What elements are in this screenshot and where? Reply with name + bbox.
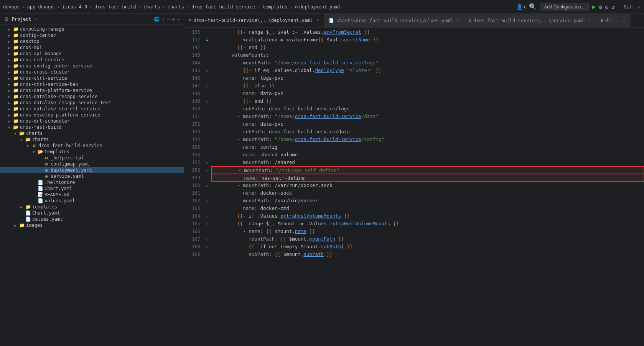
user-icon[interactable]: 👤▾ bbox=[516, 4, 526, 10]
bc-charts2[interactable]: charts bbox=[168, 4, 184, 10]
sep3: › bbox=[89, 4, 92, 10]
tab-dr[interactable]: ⚙ dr... × bbox=[596, 14, 630, 27]
globe-icon[interactable]: 🌐 bbox=[154, 16, 160, 22]
arrow-desktop: ▶ bbox=[6, 39, 12, 44]
tree-item-dros-cmd-service[interactable]: ▶ 📁 dros-cmd-service bbox=[0, 57, 184, 63]
build-icon[interactable]: ⚙ bbox=[599, 4, 602, 10]
tree-item-templates[interactable]: ▼ 📂 templates bbox=[0, 149, 184, 155]
tree-item-computing-manage[interactable]: ▶ 📁 computing-manage bbox=[0, 26, 184, 32]
tree-item-dros-data-platform[interactable]: ▶ 📁 dros-data-platform-service bbox=[0, 87, 184, 93]
tree-item-desktop[interactable]: ▶ 📁 desktop bbox=[0, 38, 184, 44]
breadcrumb: devops › app-devops › iscos-4.0 › dros-f… bbox=[3, 4, 515, 10]
tree-item-dros-datalake-resapp[interactable]: ▶ 📁 dros-datalake-resapp-service bbox=[0, 93, 184, 100]
gutter-157: ◇ bbox=[203, 159, 211, 166]
code-editor: 136 137 142 143 144 145 146 147 148 149 … bbox=[184, 28, 644, 346]
arrow-templates2: ▶ bbox=[18, 205, 25, 209]
file-icon-values-yaml: 📄 bbox=[37, 198, 44, 203]
code-line-157: mountPath: /shared bbox=[211, 159, 644, 166]
tab-close-values[interactable]: × bbox=[456, 18, 459, 23]
sep2: › bbox=[57, 4, 60, 10]
tree-item-dros-fast-build[interactable]: ▼ 📂 dros-fast-build bbox=[0, 124, 184, 130]
code-content[interactable]: {{- range $_, $val := .Values.envFromSec… bbox=[211, 28, 644, 346]
tab-service[interactable]: ⚙ dros-fast-build-service\...\service.ya… bbox=[464, 14, 596, 27]
tree-item-dros-cross-cluster[interactable]: ▶ 📁 dros-cross-cluster bbox=[0, 69, 184, 75]
tree-item-configmap[interactable]: ▶ ⚙ configmap.yaml bbox=[0, 161, 184, 167]
tab-close-service[interactable]: × bbox=[588, 18, 591, 23]
tree-item-chart-yaml2[interactable]: ▶ 📄 Chart.yaml bbox=[0, 210, 184, 216]
tree-item-helmignore[interactable]: ▶ 📄 .helmignore bbox=[0, 179, 184, 185]
bc-charts1[interactable]: charts bbox=[143, 4, 160, 10]
tree-item-images[interactable]: ▶ 📁 images bbox=[0, 222, 184, 228]
bc-dros-fast-build[interactable]: dros-fast-build bbox=[94, 4, 136, 10]
bc-service[interactable]: dros-fast-build-service bbox=[191, 4, 255, 10]
tree-item-dros-api[interactable]: ▶ 📁 dros-api bbox=[0, 44, 184, 51]
file-icon-readme: 📝 bbox=[37, 192, 44, 197]
tree-item-config-center[interactable]: ▶ 📁 config-center bbox=[0, 32, 184, 38]
tree-item-values-yaml2[interactable]: ▶ 📄 values.yaml bbox=[0, 216, 184, 222]
arrow-templates: ▼ bbox=[31, 150, 37, 154]
dropdown-icon[interactable]: ▾ bbox=[35, 17, 38, 21]
tree-item-dros-config-center-service[interactable]: ▶ 📁 dros-config-center-service bbox=[0, 63, 184, 69]
bc-templates[interactable]: templates bbox=[263, 4, 288, 10]
tree-item-templates2[interactable]: ▶ 📁 templates bbox=[0, 204, 184, 210]
folder-icon-templates2: 📁 bbox=[25, 204, 31, 210]
code-line-166: - name: {{ $mount.name }} bbox=[211, 228, 644, 235]
tree-item-dros-develop-platform[interactable]: ▶ 📁 dros-develop-platform-service bbox=[0, 112, 184, 118]
code-line-162: - mountPath: /usr/bin/docker bbox=[211, 197, 644, 205]
tree-item-helpers-tpl[interactable]: ▶ ⚙ _helpers.tpl bbox=[0, 155, 184, 161]
arrow-dros-fast-build-service: ▼ bbox=[25, 144, 31, 148]
top-actions: 👤▾ 🔍 Add Configuration... ▶ ⚙ ↻ ↺ | Git:… bbox=[516, 3, 641, 11]
search-icon[interactable]: 🔍 bbox=[529, 3, 537, 10]
tabs-bar: ⚙ dros-fast-build-service\...\deployment… bbox=[184, 14, 644, 28]
gutter-161 bbox=[203, 189, 211, 197]
collapse-icon[interactable]: ⇔ bbox=[167, 16, 170, 22]
tab-icon-values: 📄 bbox=[329, 18, 334, 23]
tree-item-dros-ctrl-service[interactable]: ▶ 📁 dros-ctrl-service bbox=[0, 75, 184, 81]
tab-close-dr[interactable]: × bbox=[623, 18, 626, 23]
bc-devops[interactable]: devops bbox=[3, 4, 20, 10]
tree-item-chart-yaml[interactable]: ▶ 📄 Chart.yaml bbox=[0, 185, 184, 192]
refresh-icon[interactable]: ↺ bbox=[611, 4, 614, 10]
tree-item-dros-fast-build-service[interactable]: ▼ ⚙ dros-fast-build-service bbox=[0, 143, 184, 149]
tab-close-deployment[interactable]: × bbox=[316, 18, 319, 23]
tree-item-charts2[interactable]: ▼ 📂 charts bbox=[0, 136, 184, 143]
folder-icon-images: 📁 bbox=[18, 223, 25, 228]
tab-deployment[interactable]: ⚙ dros-fast-build-service\...\deployment… bbox=[184, 14, 324, 27]
close-sidebar-icon[interactable]: — bbox=[177, 16, 180, 22]
git-check-icon[interactable]: ✓ bbox=[638, 4, 641, 10]
arrow-dros-data-platform: ▶ bbox=[6, 89, 12, 93]
tree-item-charts1[interactable]: ▼ 📂 charts bbox=[0, 130, 184, 136]
sep1: › bbox=[22, 4, 25, 10]
coverage-icon[interactable]: ↻ bbox=[605, 4, 608, 10]
tree-item-deployment[interactable]: ▶ ⚙ deployment.yaml bbox=[0, 167, 184, 173]
gutter-148 bbox=[203, 90, 211, 97]
folder-icon-dros-datalake-resapp-test: 📁 bbox=[12, 100, 19, 105]
tree-item-dros-datalake-storctl[interactable]: ▶ 📁 dros-datalake-storctl-service bbox=[0, 106, 184, 112]
folder-icon-dros-api-manage: 📁 bbox=[12, 51, 19, 56]
tree-item-values-yaml[interactable]: ▶ 📄 values.yaml bbox=[0, 198, 184, 204]
code-line-146: name: logs-pvc bbox=[211, 74, 644, 82]
helm-icon-dros-fast-build-service: ⚙ bbox=[31, 143, 38, 148]
tree-item-service-yaml[interactable]: ▶ ⚙ service.yaml bbox=[0, 173, 184, 179]
bc-iscos[interactable]: iscos-4.0 bbox=[62, 4, 87, 10]
gutter-154 bbox=[203, 136, 211, 143]
tree-item-dros-datalake-resapp-test[interactable]: ▶ 📁 dros-datalake-resapp-service-test bbox=[0, 100, 184, 106]
tree-item-dros-api-manage[interactable]: ▶ 📁 dros-api-manage bbox=[0, 51, 184, 57]
tab-values[interactable]: 📄 charts\dros-fast-build-service\values.… bbox=[324, 14, 464, 27]
arrow-config-center: ▶ bbox=[6, 33, 12, 38]
tree-item-dros-ctrl-service-bak[interactable]: ▶ 📁 dros-ctrl-service-bak bbox=[0, 81, 184, 87]
bc-app-devops[interactable]: app-devops bbox=[27, 4, 55, 10]
settings-icon[interactable]: ⚙ bbox=[172, 16, 175, 22]
code-line-150: subPath: dros-fast-build-service/logs bbox=[211, 105, 644, 113]
folder-icon-dros-api: 📁 bbox=[12, 45, 19, 50]
code-line-145: {{- if eq .Values.global.deployType "clu… bbox=[211, 67, 644, 74]
code-line-168: {{- if not (empty $mount.subPath) }} bbox=[211, 243, 644, 251]
tree-item-readme[interactable]: ▶ 📝 README.md bbox=[0, 192, 184, 198]
expand-icon[interactable]: ⇕ bbox=[162, 16, 165, 22]
code-line-153: subPath: dros-fast-build-service/data bbox=[211, 128, 644, 136]
arrow-dros-fast-build: ▼ bbox=[6, 125, 12, 130]
tree-item-dros-drl-scheduler[interactable]: ▶ 📁 dros-drl-scheduler bbox=[0, 118, 184, 124]
gutter-162: ◇ bbox=[203, 197, 211, 205]
run-button[interactable]: ▶ bbox=[592, 3, 596, 10]
add-config-button[interactable]: Add Configuration... bbox=[540, 3, 589, 11]
